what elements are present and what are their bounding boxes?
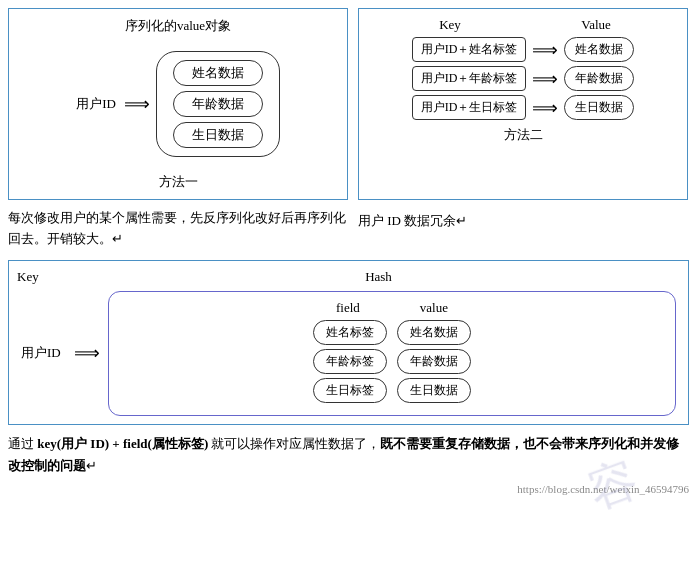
oval-item-1: 年龄数据 xyxy=(173,91,263,117)
hash-value-label: value xyxy=(420,300,448,316)
bottom-text: 通过 key(用户 ID) + field(属性标签) 就可以操作对应属性数据了… xyxy=(8,433,689,477)
m2-row-1: 用户ID＋年龄标签 ⟹ 年龄数据 xyxy=(367,66,679,91)
csdn-link: https://blog.csdn.net/weixin_46594796 xyxy=(8,483,689,495)
oval-item-2: 生日数据 xyxy=(173,122,263,148)
m2-arrow-0: ⟹ xyxy=(532,39,558,61)
m2-val-2: 生日数据 xyxy=(564,95,634,120)
hash-val-0: 姓名数据 xyxy=(397,320,471,345)
m2-key-1: 用户ID＋年龄标签 xyxy=(412,66,527,91)
method-one-arrow: ⟹ xyxy=(124,93,150,115)
bottom-userid: 用户ID xyxy=(21,344,66,362)
bottom-key-label: Key xyxy=(17,269,77,285)
method-two-header: Key Value xyxy=(367,17,679,37)
hash-field-1: 年龄标签 xyxy=(313,349,387,374)
bottom-diagram: Key Hash 用户ID ⟹ field value 姓名标签 姓名数据 年龄… xyxy=(8,260,689,425)
method-two-label: 方法二 xyxy=(367,126,679,144)
bottom-title-row: Key Hash xyxy=(17,269,680,285)
method-two-value-label: Value xyxy=(523,17,669,33)
bottom-arrow: ⟹ xyxy=(74,342,100,364)
method-one-oval-container: 姓名数据 年龄数据 生日数据 xyxy=(156,51,280,157)
top-diagrams-row: 序列化的value对象 用户ID ⟹ 姓名数据 年龄数据 生日数据 方法一 Ke… xyxy=(8,8,689,200)
method-one-title: 序列化的value对象 xyxy=(17,17,339,35)
method-two-key-label: Key xyxy=(377,17,523,33)
m2-arrow-1: ⟹ xyxy=(532,68,558,90)
hash-row-2: 生日标签 生日数据 xyxy=(121,378,663,403)
method-one-userid: 用户ID xyxy=(76,95,116,113)
method-one-content: 用户ID ⟹ 姓名数据 年龄数据 生日数据 xyxy=(17,41,339,167)
hash-field-label: field xyxy=(336,300,360,316)
method-one-label: 方法一 xyxy=(17,173,339,191)
m2-row-2: 用户ID＋生日标签 ⟹ 生日数据 xyxy=(367,95,679,120)
m2-row-0: 用户ID＋姓名标签 ⟹ 姓名数据 xyxy=(367,37,679,62)
hash-field-0: 姓名标签 xyxy=(313,320,387,345)
m2-key-2: 用户ID＋生日标签 xyxy=(412,95,527,120)
m2-val-0: 姓名数据 xyxy=(564,37,634,62)
hash-val-1: 年龄数据 xyxy=(397,349,471,374)
hash-field-2: 生日标签 xyxy=(313,378,387,403)
method-two-diagram: Key Value 用户ID＋姓名标签 ⟹ 姓名数据 用户ID＋年龄标签 ⟹ 年… xyxy=(358,8,688,200)
bottom-content: 用户ID ⟹ field value 姓名标签 姓名数据 年龄标签 年龄数据 生… xyxy=(17,291,680,416)
m2-val-1: 年龄数据 xyxy=(564,66,634,91)
m2-arrow-2: ⟹ xyxy=(532,97,558,119)
middle-text-right: 用户 ID 数据冗余↵ xyxy=(358,208,688,250)
hash-header: field value xyxy=(121,300,663,316)
hash-row-0: 姓名标签 姓名数据 xyxy=(121,320,663,345)
m2-key-0: 用户ID＋姓名标签 xyxy=(412,37,527,62)
hash-val-2: 生日数据 xyxy=(397,378,471,403)
hash-container: field value 姓名标签 姓名数据 年龄标签 年龄数据 生日标签 生日数… xyxy=(108,291,676,416)
middle-text-left: 每次修改用户的某个属性需要，先反序列化改好后再序列化回去。开销较大。↵ xyxy=(8,208,348,250)
bottom-text-key-highlight: key(用户 ID) + field(属性标签) xyxy=(37,436,208,451)
middle-text-section: 每次修改用户的某个属性需要，先反序列化改好后再序列化回去。开销较大。↵ 用户 I… xyxy=(8,208,689,250)
oval-item-0: 姓名数据 xyxy=(173,60,263,86)
bottom-hash-label: Hash xyxy=(77,269,680,285)
hash-row-1: 年龄标签 年龄数据 xyxy=(121,349,663,374)
method-one-diagram: 序列化的value对象 用户ID ⟹ 姓名数据 年龄数据 生日数据 方法一 xyxy=(8,8,348,200)
